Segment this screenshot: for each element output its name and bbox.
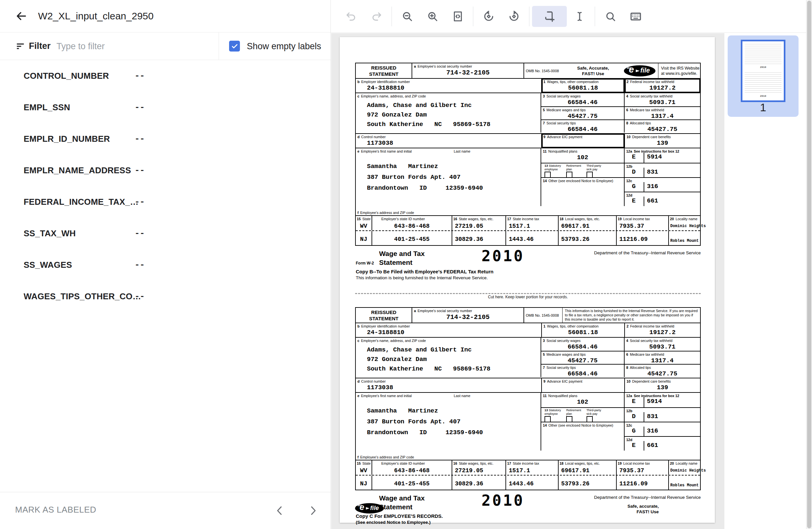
box-13-checkboxes: 13 Statutoryemployee Retirementplan Thir… bbox=[540, 407, 624, 422]
filter-bar: Filter Show empty labels bbox=[0, 32, 331, 60]
box-11-value: 102 bbox=[541, 398, 624, 406]
state-wages-1: 27219.05 bbox=[455, 223, 483, 230]
label-row-emplr-name-address[interactable]: EMPLR_NAME_ADDRESS-- bbox=[0, 155, 331, 186]
box-3-value: 66584.46 bbox=[541, 99, 624, 106]
box-12d-code: E bbox=[625, 442, 643, 449]
state-1: WV bbox=[356, 223, 372, 230]
box-11-value: 102 bbox=[541, 154, 624, 161]
box-d-control-number: dControl number 1173038 bbox=[356, 134, 541, 148]
box-6-medicare-tax: 6Medicare tax withheld1317.4 bbox=[624, 107, 700, 119]
keyboard-shortcuts-button[interactable] bbox=[623, 6, 648, 27]
page-thumbnail-selected[interactable]: 2010 2010 1 bbox=[728, 35, 799, 117]
box-6-value: 1317.4 bbox=[625, 357, 700, 364]
label-row-wages-tips-other[interactable]: WAGES_TIPS_OTHER_CO…-- bbox=[0, 281, 331, 312]
box-8-allocated-tips: 8Allocated tips45427.75 bbox=[624, 120, 700, 133]
efile-promo-bottom: Safe, accurate,FAST! Use bbox=[627, 503, 659, 515]
label-row-emplr-id-number[interactable]: EMPLR_ID_NUMBER-- bbox=[0, 123, 331, 155]
box-7-value: 66584.46 bbox=[541, 126, 624, 133]
box-1-wages: 1Wages, tips, other compensation 56081.1… bbox=[541, 79, 624, 92]
state-id-2: 401-25-455 bbox=[372, 481, 452, 487]
next-document-button[interactable] bbox=[305, 503, 321, 518]
control-number-value: 1173038 bbox=[367, 384, 541, 391]
label-value: -- bbox=[134, 197, 145, 207]
thumbnail-form-lines bbox=[745, 73, 782, 93]
box-2-federal-tax: 2Federal income tax withheld 19127.2 bbox=[624, 323, 700, 337]
filter-label: Filter bbox=[29, 41, 50, 51]
show-empty-labels-checkbox[interactable] bbox=[229, 41, 240, 52]
previous-document-button[interactable] bbox=[272, 503, 288, 518]
left-panel-header: W2_XL_input_clean_2950 bbox=[0, 0, 331, 32]
box-12b: 12b D831 bbox=[624, 407, 700, 422]
redo-button[interactable] bbox=[364, 6, 389, 27]
label-name: SS_TAX_WH bbox=[24, 229, 76, 238]
filter-input[interactable] bbox=[56, 39, 198, 54]
toolbar-divider bbox=[473, 6, 473, 26]
fit-to-width-button[interactable] bbox=[445, 6, 470, 27]
search-button[interactable] bbox=[598, 6, 623, 27]
box-9-advance-eic: 9Advance EIC payment bbox=[541, 378, 624, 392]
back-button[interactable] bbox=[14, 10, 28, 23]
state-tax-1: 1517.1 bbox=[509, 223, 530, 230]
undo-icon bbox=[346, 11, 357, 22]
viewer-toolbar bbox=[331, 0, 806, 33]
w2-form-copy: REISSUEDSTATEMENT aEmployee's social sec… bbox=[355, 307, 701, 526]
copy-designation-line2: (See enclosed Notice to Employee.) bbox=[356, 520, 431, 525]
local-wages-2: 53793.26 bbox=[561, 481, 590, 487]
text-selection-tool[interactable] bbox=[567, 6, 592, 27]
copy-designation-line1: Copy B--To Be Filed with Employee's FEDE… bbox=[356, 269, 493, 274]
toolbar-divider bbox=[529, 6, 530, 26]
zoom-in-button[interactable] bbox=[420, 6, 445, 27]
scrollbar-thumb[interactable] bbox=[807, 1, 811, 528]
zoom-out-button[interactable] bbox=[394, 6, 420, 27]
rotate-right-button[interactable] bbox=[501, 6, 526, 27]
fit-to-width-icon bbox=[452, 11, 463, 22]
rotate-left-button[interactable] bbox=[476, 6, 501, 27]
box-11-nonqualified-plans: 11Nonqualified plans 102 bbox=[540, 393, 624, 407]
box-12b: 12b D831 bbox=[624, 163, 700, 177]
box-12a: 12aSee instructions for box 12 E5914 bbox=[624, 393, 700, 407]
mark-as-labeled-button[interactable]: MARK AS LABELED bbox=[15, 505, 96, 515]
box-1-wages: 1Wages, tips, other compensation 56081.1… bbox=[541, 323, 624, 337]
employer-address-value: Adams, Chase and Gilbert Inc972 Gonzalez… bbox=[367, 101, 540, 129]
document-viewer[interactable]: REISSUEDSTATEMENT aEmployee's social sec… bbox=[331, 33, 724, 529]
redo-icon bbox=[371, 11, 382, 22]
copy-designation-line2: This information is being furnished to t… bbox=[356, 275, 488, 280]
label-name: SS_WAGES bbox=[24, 260, 72, 270]
reissued-statement: REISSUEDSTATEMENT bbox=[356, 308, 411, 323]
label-row-ss-wages[interactable]: SS_WAGES-- bbox=[0, 249, 331, 281]
label-value: -- bbox=[134, 102, 145, 112]
label-row-control-number[interactable]: CONTROL_NUMBER-- bbox=[0, 60, 331, 91]
box-7-value: 66584.46 bbox=[541, 370, 624, 377]
label-value: -- bbox=[134, 229, 145, 238]
w2-form-footer: Form W-2 Wage and TaxStatement 2010 Depa… bbox=[355, 491, 701, 526]
left-panel: W2_XL_input_clean_2950 Filter Show empty… bbox=[0, 0, 331, 529]
box-b-employer-id: bEmployer identification number 24-31888… bbox=[356, 79, 541, 92]
label-row-federal-income-tax[interactable]: FEDERAL_INCOME_TAX_…-- bbox=[0, 186, 331, 218]
local-tax-2: 11216.09 bbox=[619, 481, 648, 487]
box-10-dependent-care: 10Dependent care benefits 139 bbox=[624, 378, 700, 392]
box-11-nonqualified-plans: 11Nonqualified plans 102 bbox=[540, 148, 624, 163]
box-2-value: 19127.2 bbox=[625, 329, 700, 336]
box-12c-code: G bbox=[625, 427, 643, 435]
box-c-employer-name-address: cEmployer's name, address, and ZIP code … bbox=[356, 338, 540, 378]
label-name: WAGES_TIPS_OTHER_CO… bbox=[24, 291, 141, 302]
locality-2: Robles Mount bbox=[670, 483, 698, 488]
show-empty-labels-label: Show empty labels bbox=[247, 41, 321, 52]
vertical-scrollbar[interactable] bbox=[806, 0, 812, 529]
label-row-ss-tax-wh[interactable]: SS_TAX_WH-- bbox=[0, 218, 331, 249]
box-5-value: 45427.75 bbox=[541, 113, 624, 120]
local-tax-1: 7935.37 bbox=[619, 467, 644, 474]
state-2: NJ bbox=[356, 481, 372, 487]
rotate-right-icon bbox=[508, 11, 520, 22]
box-12a-code: E bbox=[625, 153, 643, 160]
box-f-employee-address-label: fEmployee's address and ZIP code bbox=[356, 454, 414, 459]
state-local-tax-table: 15StateWV Employer's state ID number643-… bbox=[356, 460, 700, 490]
local-wages-2: 53793.26 bbox=[561, 236, 590, 243]
label-row-empl-ssn[interactable]: EMPL_SSN-- bbox=[0, 91, 331, 123]
label-name: EMPLR_NAME_ADDRESS bbox=[24, 165, 131, 176]
w2-document-page: REISSUEDSTATEMENT aEmployee's social sec… bbox=[340, 37, 715, 523]
undo-button[interactable] bbox=[338, 6, 364, 27]
box-e-employee-name: eEmployee's first name and initialLast n… bbox=[356, 393, 540, 460]
label-list: CONTROL_NUMBER-- EMPL_SSN-- EMPLR_ID_NUM… bbox=[0, 60, 331, 312]
add-bounding-box-tool-selected[interactable] bbox=[532, 6, 567, 27]
